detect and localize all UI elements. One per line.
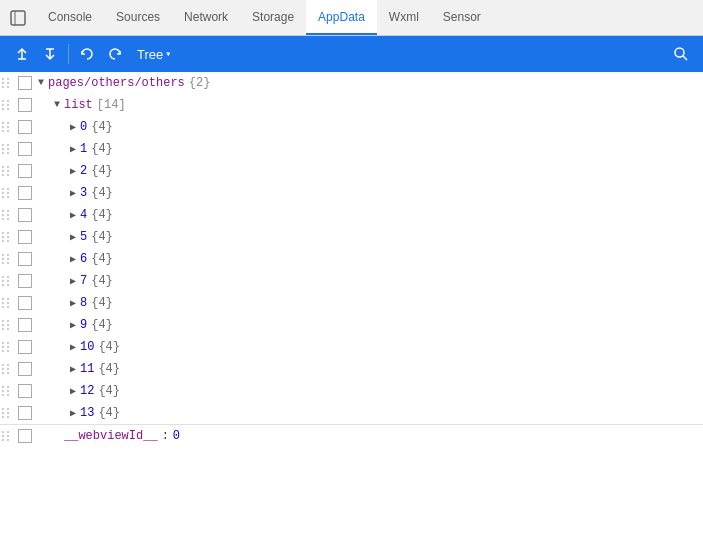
checkbox-item-3[interactable] (18, 186, 32, 200)
tab-network[interactable]: Network (172, 0, 240, 35)
list-item[interactable]: ▶ 9 {4} (0, 314, 703, 336)
checkbox-item-1[interactable] (18, 142, 32, 156)
item-4-type: {4} (91, 208, 113, 222)
item-4-index: 4 (80, 208, 87, 222)
expand-item-2[interactable]: ▶ (66, 165, 80, 177)
undo-button[interactable] (73, 40, 101, 68)
checkbox-item-12[interactable] (18, 384, 32, 398)
checkbox-item-11[interactable] (18, 362, 32, 376)
item-2-index: 2 (80, 164, 87, 178)
list-item[interactable]: ▶ 5 {4} (0, 226, 703, 248)
checkbox-item-0[interactable] (18, 120, 32, 134)
move-up-button[interactable] (8, 40, 36, 68)
tab-storage[interactable]: Storage (240, 0, 306, 35)
toolbar-divider-1 (68, 44, 69, 64)
webview-separator: : (162, 429, 169, 443)
item-8-index: 8 (80, 296, 87, 310)
webview-value: 0 (173, 429, 180, 443)
expand-item-11[interactable]: ▶ (66, 363, 80, 375)
search-button[interactable] (667, 40, 695, 68)
expand-item-13[interactable]: ▶ (66, 407, 80, 419)
expand-item-3[interactable]: ▶ (66, 187, 80, 199)
checkbox-item-6[interactable] (18, 252, 32, 266)
drag-handle-list (2, 100, 16, 110)
expand-item-8[interactable]: ▶ (66, 297, 80, 309)
root-path-key: pages/others/others (48, 76, 185, 90)
move-down-button[interactable] (36, 40, 64, 68)
expand-item-12[interactable]: ▶ (66, 385, 80, 397)
item-6-type: {4} (91, 252, 113, 266)
checkbox-item-9[interactable] (18, 318, 32, 332)
item-3-type: {4} (91, 186, 113, 200)
webview-key: __webviewId__ (64, 429, 158, 443)
item-6-index: 6 (80, 252, 87, 266)
list-item[interactable]: ▶ 3 {4} (0, 182, 703, 204)
expand-list[interactable]: ▼ (50, 99, 64, 110)
redo-button[interactable] (101, 40, 129, 68)
expand-item-10[interactable]: ▶ (66, 341, 80, 353)
item-12-type: {4} (98, 384, 120, 398)
expand-item-0[interactable]: ▶ (66, 121, 80, 133)
svg-line-5 (683, 56, 687, 60)
svg-rect-0 (11, 11, 25, 25)
list-item[interactable]: ▶ 2 {4} (0, 160, 703, 182)
item-1-index: 1 (80, 142, 87, 156)
list-item[interactable]: ▶ 8 {4} (0, 292, 703, 314)
item-10-index: 10 (80, 340, 94, 354)
tree-dropdown-arrow[interactable]: ▾ (165, 48, 171, 60)
expand-item-9[interactable]: ▶ (66, 319, 80, 331)
expand-item-7[interactable]: ▶ (66, 275, 80, 287)
tab-sensor[interactable]: Sensor (431, 0, 493, 35)
checkbox-item-13[interactable] (18, 406, 32, 420)
item-7-type: {4} (91, 274, 113, 288)
list-item[interactable]: ▶ 4 {4} (0, 204, 703, 226)
item-9-index: 9 (80, 318, 87, 332)
item-12-index: 12 (80, 384, 94, 398)
item-3-index: 3 (80, 186, 87, 200)
item-8-type: {4} (91, 296, 113, 310)
webview-row[interactable]: ▶ __webviewId__ : 0 (0, 424, 703, 446)
list-count: [14] (97, 98, 126, 112)
checkbox-item-5[interactable] (18, 230, 32, 244)
list-item[interactable]: ▶ 13 {4} (0, 402, 703, 424)
item-5-index: 5 (80, 230, 87, 244)
item-5-type: {4} (91, 230, 113, 244)
list-item[interactable]: ▶ 6 {4} (0, 248, 703, 270)
tree-root-row[interactable]: ▼ pages/others/others {2} (0, 72, 703, 94)
checkbox-list[interactable] (18, 98, 32, 112)
root-count: {2} (189, 76, 211, 90)
item-7-index: 7 (80, 274, 87, 288)
checkbox-item-4[interactable] (18, 208, 32, 222)
tree-list-row[interactable]: ▼ list [14] (0, 94, 703, 116)
expand-root[interactable]: ▼ (34, 77, 48, 88)
checkbox-webview[interactable] (18, 429, 32, 443)
item-1-type: {4} (91, 142, 113, 156)
checkbox-root[interactable] (18, 76, 32, 90)
checkbox-item-2[interactable] (18, 164, 32, 178)
checkbox-item-10[interactable] (18, 340, 32, 354)
expand-item-4[interactable]: ▶ (66, 209, 80, 221)
tab-appdata[interactable]: AppData (306, 0, 377, 35)
list-item[interactable]: ▶ 12 {4} (0, 380, 703, 402)
checkbox-item-7[interactable] (18, 274, 32, 288)
tab-console[interactable]: Console (36, 0, 104, 35)
expand-item-5[interactable]: ▶ (66, 231, 80, 243)
tab-wxml[interactable]: Wxml (377, 0, 431, 35)
svg-point-4 (675, 48, 684, 57)
list-item[interactable]: ▶ 10 {4} (0, 336, 703, 358)
expand-item-6[interactable]: ▶ (66, 253, 80, 265)
item-13-index: 13 (80, 406, 94, 420)
item-0-index: 0 (80, 120, 87, 134)
tree-title[interactable]: Tree (137, 47, 163, 62)
list-item[interactable]: ▶ 7 {4} (0, 270, 703, 292)
expand-item-1[interactable]: ▶ (66, 143, 80, 155)
devtools-icon (8, 8, 28, 28)
checkbox-item-8[interactable] (18, 296, 32, 310)
list-item[interactable]: ▶ 11 {4} (0, 358, 703, 380)
list-item[interactable]: ▶ 1 {4} (0, 138, 703, 160)
item-10-type: {4} (98, 340, 120, 354)
toolbar: Tree ▾ (0, 36, 703, 72)
tree-area: ▼ pages/others/others {2} ▼ list [14] ▶ … (0, 72, 703, 539)
tab-sources[interactable]: Sources (104, 0, 172, 35)
list-item[interactable]: ▶ 0 {4} (0, 116, 703, 138)
